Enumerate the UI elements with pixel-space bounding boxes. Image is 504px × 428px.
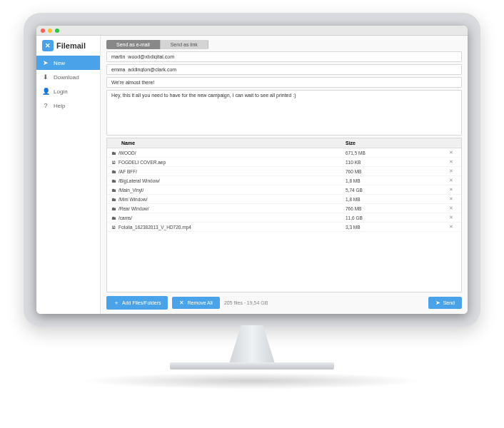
nav-icon: ➤ [42, 59, 49, 66]
table-row[interactable]: 🗎Fotolia_162382013_V_HD720.mp43,3 MB✕ [107, 223, 461, 232]
folder-icon: 🖿 [111, 197, 119, 202]
file-name: /WOOD/ [119, 151, 346, 156]
x-icon: ✕ [179, 300, 184, 306]
tab-send-as-link[interactable]: Send as link [161, 40, 208, 49]
tab-send-as-e-mail[interactable]: Send as e-mail [106, 40, 161, 49]
window-titlebar [36, 26, 468, 36]
plus-icon: ＋ [114, 299, 119, 307]
table-row[interactable]: 🖿/Mini Window/1,8 MB✕ [107, 195, 461, 204]
file-size: 760 MB [346, 169, 445, 174]
folder-icon: 🖿 [111, 151, 119, 156]
table-row[interactable]: 🖿/AF BFF/760 MB✕ [107, 167, 461, 176]
action-bar: ＋ Add Files/Folders ✕ Remove All 205 fil… [106, 295, 462, 310]
folder-icon: 🖿 [111, 188, 119, 193]
delete-row-icon[interactable]: ✕ [445, 150, 457, 156]
add-files-button[interactable]: ＋ Add Files/Folders [106, 296, 168, 310]
send-icon: ➤ [435, 300, 440, 306]
delete-row-icon[interactable]: ✕ [445, 168, 457, 174]
sidebar-item-help[interactable]: ?Help [36, 98, 100, 113]
nav-label: Download [54, 74, 79, 81]
file-size: 5,74 GB [346, 188, 445, 193]
table-row[interactable]: 🖿/WOOD/671,5 MB✕ [107, 148, 461, 158]
file-icon: 🗎 [111, 225, 119, 230]
to-field[interactable] [106, 51, 462, 62]
brand-name: Filemail [56, 41, 86, 50]
file-size: 110 KB [346, 160, 445, 165]
file-summary: 205 files · 19,54 GB [224, 300, 268, 305]
col-size[interactable]: Size [346, 141, 445, 146]
shadow [81, 372, 423, 389]
file-size: 1,8 MB [346, 178, 445, 183]
file-name: Fotolia_162382013_V_HD720.mp4 [119, 225, 346, 230]
file-size: 671,5 MB [346, 151, 445, 156]
table-row[interactable]: 🖿/Main_Vinyl/5,74 GB✕ [107, 185, 461, 195]
file-name: /Rear Window/ [119, 206, 346, 211]
file-name: /AF BFF/ [119, 169, 346, 174]
delete-row-icon[interactable]: ✕ [445, 215, 457, 220]
brand-logo: ✕ Filemail [36, 36, 100, 56]
delete-row-icon[interactable]: ✕ [445, 187, 457, 193]
file-table: Name Size 🖿/WOOD/671,5 MB✕🗎FOGDELI COVER… [106, 138, 462, 292]
file-name: /cams/ [119, 215, 346, 220]
file-size: 1,8 MB [346, 197, 445, 202]
monitor-bezel: ✕ Filemail ➤New⬇Download👤Login?Help Send… [24, 13, 480, 327]
message-field[interactable] [106, 90, 462, 136]
sidebar-item-new[interactable]: ➤New [36, 56, 100, 70]
close-icon[interactable] [41, 29, 45, 33]
subject-field[interactable] [106, 77, 462, 88]
folder-icon: 🖿 [111, 206, 119, 211]
col-actions [445, 141, 457, 146]
sidebar-item-login[interactable]: 👤Login [36, 84, 100, 98]
nav-label: Login [54, 88, 68, 95]
monitor-base [170, 362, 334, 370]
send-button[interactable]: ➤ Send [428, 297, 462, 309]
sidebar-item-download[interactable]: ⬇Download [36, 70, 100, 84]
nav-label: New [54, 60, 65, 66]
main-panel: Send as e-mailSend as link Name Size 🖿/W… [101, 36, 468, 314]
table-body: 🖿/WOOD/671,5 MB✕🗎FOGDELI COVER.aep110 KB… [107, 148, 461, 292]
remove-all-label: Remove All [187, 300, 212, 305]
table-header: Name Size [107, 138, 461, 148]
file-icon: 🗎 [111, 160, 119, 165]
nav-icon: 👤 [42, 88, 49, 95]
file-name: /BigLateral Window/ [119, 178, 346, 183]
add-files-label: Add Files/Folders [122, 300, 161, 305]
expand-icon[interactable] [55, 29, 59, 33]
table-row[interactable]: 🖿/cams/11,6 GB✕ [107, 213, 461, 223]
table-row[interactable]: 🖿/Rear Window/766 MB✕ [107, 204, 461, 213]
col-name[interactable]: Name [111, 141, 346, 146]
table-row[interactable]: 🖿/BigLateral Window/1,8 MB✕ [107, 176, 461, 185]
from-field[interactable] [106, 64, 462, 75]
folder-icon: 🖿 [111, 169, 119, 174]
delete-row-icon[interactable]: ✕ [445, 196, 457, 202]
remove-all-button[interactable]: ✕ Remove All [172, 297, 219, 309]
file-name: /Main_Vinyl/ [119, 188, 346, 193]
delete-row-icon[interactable]: ✕ [445, 224, 457, 230]
delete-row-icon[interactable]: ✕ [445, 205, 457, 211]
file-size: 766 MB [346, 206, 445, 211]
brand-mark-icon: ✕ [42, 40, 54, 51]
nav-icon: ? [42, 102, 49, 109]
file-size: 11,6 GB [346, 215, 445, 220]
send-mode-tabs: Send as e-mailSend as link [106, 40, 208, 49]
nav-label: Help [54, 103, 65, 109]
app-window: ✕ Filemail ➤New⬇Download👤Login?Help Send… [36, 26, 468, 314]
file-size: 3,3 MB [346, 225, 445, 230]
nav-icon: ⬇ [42, 73, 49, 81]
delete-row-icon[interactable]: ✕ [445, 178, 457, 183]
send-label: Send [443, 300, 455, 305]
folder-icon: 🖿 [111, 178, 119, 183]
delete-row-icon[interactable]: ✕ [445, 159, 457, 165]
monitor-stand [227, 325, 277, 362]
file-name: FOGDELI COVER.aep [119, 160, 346, 165]
file-name: /Mini Window/ [119, 197, 346, 202]
folder-icon: 🖿 [111, 215, 119, 220]
sidebar: ✕ Filemail ➤New⬇Download👤Login?Help [36, 36, 101, 314]
table-row[interactable]: 🗎FOGDELI COVER.aep110 KB✕ [107, 158, 461, 167]
minimize-icon[interactable] [48, 29, 52, 33]
